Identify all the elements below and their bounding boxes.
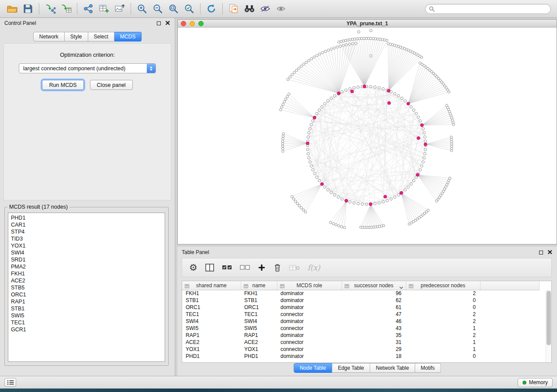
run-mcds-button[interactable]: Run MCDS bbox=[42, 80, 83, 90]
mcds-result-item[interactable]: ACE2 bbox=[11, 277, 165, 284]
table-panel-titlebar: Table Panel ✕ bbox=[182, 248, 553, 257]
mcds-panel: Optimization criterion: largest connecte… bbox=[3, 43, 171, 200]
function-builder-icon-disabled: f(x) bbox=[308, 261, 320, 274]
mcds-result-item[interactable]: TEC1 bbox=[11, 319, 165, 326]
memory-button[interactable]: Memory bbox=[518, 378, 553, 387]
column-grid-icon bbox=[185, 283, 189, 289]
column-header-predecessor-nodes[interactable]: predecessor nodes bbox=[406, 281, 480, 290]
toolbar-separator bbox=[77, 3, 77, 14]
toolbar-separator bbox=[39, 3, 39, 14]
zoom-in-icon[interactable] bbox=[134, 2, 150, 16]
mcds-result-item[interactable]: YOX1 bbox=[11, 242, 165, 249]
mcds-result-item[interactable]: SRD1 bbox=[11, 256, 165, 263]
tab-select[interactable]: Select bbox=[88, 32, 114, 41]
mcds-result-item[interactable]: TID3 bbox=[11, 235, 165, 242]
select-all-columns-icon[interactable] bbox=[222, 261, 232, 274]
export-image-icon[interactable] bbox=[112, 2, 128, 16]
toolbar-separator bbox=[222, 3, 223, 14]
mcds-result-item[interactable]: CAR1 bbox=[11, 221, 165, 228]
mcds-result-group: MCDS result (17 nodes) PHD1CAR1STP4TID3Y… bbox=[4, 204, 169, 366]
task-history-button[interactable] bbox=[4, 378, 16, 387]
node-table-container: shared name name MCDS role successor nod… bbox=[182, 281, 552, 363]
network-canvas[interactable] bbox=[178, 28, 557, 244]
table-settings-gear-icon[interactable]: ⚙ bbox=[189, 261, 197, 274]
new-table-icon[interactable] bbox=[96, 2, 112, 16]
criterion-select[interactable]: largest connected component (undirected) bbox=[19, 63, 156, 73]
float-panel-icon[interactable] bbox=[157, 21, 161, 25]
table-row[interactable]: STB1STB1dominator620 bbox=[182, 297, 540, 304]
zoom-fit-icon[interactable] bbox=[166, 2, 181, 16]
network-titlebar[interactable]: YPA_prune.txt_1 bbox=[178, 20, 557, 28]
node-table: shared name name MCDS role successor nod… bbox=[182, 281, 540, 360]
column-header-mcds-role[interactable]: MCDS role bbox=[277, 281, 342, 290]
tab-network[interactable]: Network bbox=[33, 32, 65, 41]
tab-node-table[interactable]: Node Table bbox=[294, 363, 332, 373]
close-panel-icon[interactable]: ✕ bbox=[165, 21, 170, 25]
mcds-result-item[interactable]: STB1 bbox=[11, 305, 165, 312]
column-header-filler bbox=[480, 281, 540, 290]
mcds-result-item[interactable]: SWI5 bbox=[11, 312, 165, 319]
find-network-icon[interactable] bbox=[242, 2, 257, 16]
table-panel-title: Table Panel bbox=[182, 249, 209, 255]
mcds-result-item[interactable]: FKH1 bbox=[11, 270, 165, 277]
mcds-result-item[interactable]: STB5 bbox=[11, 284, 165, 291]
new-network-icon[interactable] bbox=[80, 2, 96, 16]
import-network-icon[interactable] bbox=[42, 2, 58, 16]
table-row[interactable]: ACE2ACE2connector311 bbox=[182, 339, 540, 346]
table-row[interactable]: PHD1PHD1dominator180 bbox=[182, 353, 540, 360]
mcds-result-item[interactable]: ORC1 bbox=[11, 291, 165, 298]
table-row[interactable]: RAP1RAP1dominator352 bbox=[182, 332, 540, 339]
status-bar: Memory bbox=[0, 376, 557, 389]
mcds-result-list[interactable]: PHD1CAR1STP4TID3YOX1SWI4SRD1PMA2FKH1ACE2… bbox=[8, 213, 165, 362]
mcds-result-item[interactable]: SWI4 bbox=[11, 249, 165, 256]
mcds-result-item[interactable]: STP4 bbox=[11, 228, 165, 235]
mcds-result-item[interactable]: PHD1 bbox=[11, 214, 165, 221]
close-table-panel-icon[interactable]: ✕ bbox=[547, 250, 553, 254]
show-details-icon[interactable] bbox=[273, 2, 289, 16]
list-icon bbox=[7, 380, 14, 385]
clone-network-icon[interactable] bbox=[226, 2, 242, 16]
save-session-icon[interactable] bbox=[20, 2, 36, 16]
network-window: YPA_prune.txt_1 bbox=[177, 19, 557, 244]
table-scrollbar[interactable] bbox=[546, 290, 551, 362]
close-panel-button[interactable]: Close panel bbox=[90, 80, 133, 90]
network-view[interactable] bbox=[178, 28, 557, 244]
table-row[interactable]: FKH1FKH1dominator962 bbox=[182, 290, 540, 297]
tab-edge-table[interactable]: Edge Table bbox=[332, 363, 370, 373]
control-panel: Control Panel ✕ Network Style Select MCD… bbox=[0, 18, 175, 376]
column-header-shared-name[interactable]: shared name bbox=[182, 281, 241, 290]
table-row[interactable]: YOX1YOX1connector291 bbox=[182, 346, 540, 353]
search-input[interactable] bbox=[437, 6, 547, 12]
table-row[interactable]: SWI5SWI5connector431 bbox=[182, 325, 540, 332]
scrollbar-thumb[interactable] bbox=[547, 291, 551, 345]
tab-mcds[interactable]: MCDS bbox=[114, 32, 142, 41]
tab-network-table[interactable]: Network Table bbox=[370, 363, 415, 373]
hide-details-icon[interactable] bbox=[257, 2, 273, 16]
deselect-all-columns-icon[interactable] bbox=[240, 261, 250, 274]
add-row-icon[interactable] bbox=[258, 261, 266, 274]
float-table-panel-icon[interactable] bbox=[539, 251, 543, 254]
column-grid-icon bbox=[409, 283, 413, 289]
zoom-out-icon[interactable] bbox=[150, 2, 166, 16]
refresh-icon[interactable] bbox=[204, 2, 219, 16]
sort-chevron-icon[interactable] bbox=[399, 284, 403, 290]
tab-motifs[interactable]: Motifs bbox=[415, 363, 441, 373]
table-row[interactable]: TEC1TEC1connector472 bbox=[182, 311, 540, 318]
mcds-result-item[interactable]: PMA2 bbox=[11, 263, 165, 270]
table-row[interactable]: ORC1ORC1dominator610 bbox=[182, 304, 540, 311]
mcds-result-item[interactable]: RAP1 bbox=[11, 298, 165, 305]
mcds-result-item[interactable]: GCR1 bbox=[11, 326, 165, 333]
column-header-successor-nodes[interactable]: successor nodes bbox=[342, 281, 406, 290]
tab-style[interactable]: Style bbox=[65, 32, 88, 41]
table-row[interactable]: SWI4SWI4dominator462 bbox=[182, 318, 540, 325]
control-panel-title: Control Panel bbox=[4, 20, 36, 26]
search-box[interactable] bbox=[425, 4, 551, 14]
open-session-icon[interactable] bbox=[4, 2, 20, 16]
import-table-icon[interactable] bbox=[58, 2, 74, 16]
zoom-selected-icon[interactable] bbox=[181, 2, 197, 16]
delete-row-icon[interactable] bbox=[273, 261, 281, 274]
show-columns-icon[interactable] bbox=[205, 261, 214, 274]
column-header-name[interactable]: name bbox=[241, 281, 277, 290]
network-window-title: YPA_prune.txt_1 bbox=[178, 21, 557, 27]
select-stepper-icon bbox=[147, 64, 156, 73]
